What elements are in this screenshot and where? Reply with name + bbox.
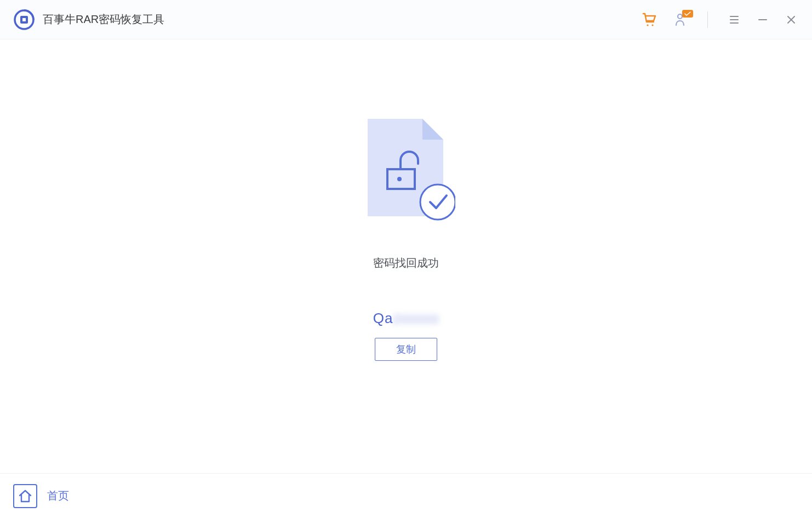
titlebar-right xyxy=(642,11,799,28)
close-icon[interactable] xyxy=(784,12,799,27)
titlebar-divider xyxy=(707,11,708,28)
recovered-password: Qazxxxxx xyxy=(373,310,439,327)
app-logo-icon xyxy=(13,9,35,31)
password-visible-part: Qa xyxy=(373,310,393,326)
unlocked-file-icon xyxy=(357,119,455,223)
status-text: 密码找回成功 xyxy=(373,256,439,270)
titlebar: 百事牛RAR密码恢复工具 xyxy=(0,0,812,39)
svg-point-4 xyxy=(651,24,653,26)
titlebar-left: 百事牛RAR密码恢复工具 xyxy=(13,9,164,31)
window-controls xyxy=(727,12,799,27)
svg-point-3 xyxy=(647,24,648,26)
copy-button[interactable]: 复制 xyxy=(375,338,437,361)
svg-rect-2 xyxy=(22,18,26,21)
home-label[interactable]: 首页 xyxy=(47,488,69,503)
home-icon[interactable] xyxy=(13,484,37,508)
svg-point-5 xyxy=(678,14,682,19)
app-title: 百事牛RAR密码恢复工具 xyxy=(43,12,164,27)
footer: 首页 xyxy=(0,473,812,518)
svg-point-14 xyxy=(420,185,455,220)
svg-point-13 xyxy=(397,177,402,181)
minimize-icon[interactable] xyxy=(755,12,770,27)
account-icon[interactable] xyxy=(673,12,689,27)
main-content: 密码找回成功 Qazxxxxx 复制 xyxy=(0,39,812,473)
menu-icon[interactable] xyxy=(727,12,742,27)
cart-icon[interactable] xyxy=(642,12,657,27)
password-blurred-part: zxxxxx xyxy=(393,310,439,326)
